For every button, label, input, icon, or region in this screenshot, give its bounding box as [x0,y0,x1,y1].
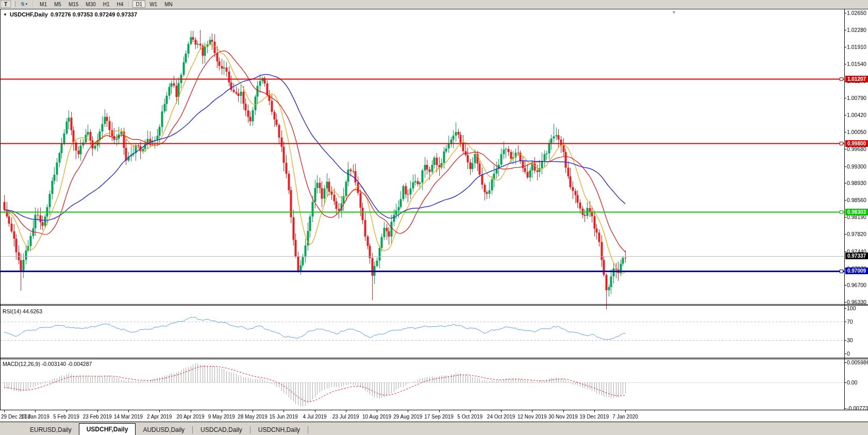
support-line-green-value-badge[interactable]: 0.98303 [845,209,868,215]
chart-tab-usdcad[interactable]: USDCAD,Daily [193,424,249,435]
current-price-line-value-badge: 0.97337 [845,253,868,259]
support-line-green-drag-handle[interactable] [840,210,843,214]
support-line-blue-value-badge[interactable]: 0.97009 [845,267,868,274]
tab-divider [308,426,308,433]
resistance-line-lower-value-badge[interactable]: 0.99800 [845,140,868,147]
timeframe-button-M30[interactable]: M30 [82,1,98,8]
mt4-window: T ⇅ ▾ M1M5M15M30H1H4D1W1MN ▼ USDCHF,Dail… [0,0,868,435]
cursor-tool-button[interactable]: ⇅ ▾ [18,1,30,8]
chevron-down-icon: ▾ [26,2,28,6]
resistance-line-lower-drag-handle[interactable] [840,142,843,145]
timeframe-button-W1[interactable]: W1 [146,1,160,8]
chart-tab-usdchf[interactable]: USDCHF,Daily [79,423,136,435]
tab-divider [192,426,193,433]
support-line-blue-drag-handle[interactable] [840,270,843,273]
toolbar-grip [13,1,15,7]
timeframe-button-MN[interactable]: MN [161,1,176,8]
timeframe-button-M15[interactable]: M15 [65,1,81,8]
text-tool-button[interactable]: T [1,1,11,8]
top-toolbar: T ⇅ ▾ M1M5M15M30H1H4D1W1MN [0,0,868,9]
tab-divider [250,426,251,433]
arrows-tool-icon: ⇅ [21,2,25,7]
chart-tab-eurusd[interactable]: EURUSD,Daily [23,424,79,435]
chart-menu-caret-icon[interactable]: ▼ [3,12,7,17]
chart-tab-usdcnh[interactable]: USDCNH,Daily [251,424,307,435]
toolbar-separator [129,1,130,7]
chart-tab-audusd[interactable]: AUDUSD,Daily [136,424,192,435]
timeframe-button-D1[interactable]: D1 [132,1,145,8]
chart-area: ▼ USDCHF,Daily 0.97276 0.97353 0.97249 0… [0,8,868,422]
timeframe-button-H1[interactable]: H1 [100,1,113,8]
timeframe-button-M1[interactable]: M1 [37,1,50,8]
toolbar-separator [33,1,34,7]
resistance-line-upper-value-badge[interactable]: 1.01207 [845,76,868,82]
price-chart-canvas[interactable] [0,8,868,422]
chart-tab-bar: EURUSD,DailyUSDCHF,DailyAUDUSD,DailyUSDC… [0,422,868,435]
resistance-line-upper-drag-handle[interactable] [840,77,843,81]
timeframe-button-group: M1M5M15M30H1H4D1W1MN [36,1,176,8]
timeframe-button-M5[interactable]: M5 [51,1,64,8]
timeframe-button-H4[interactable]: H4 [114,1,127,8]
